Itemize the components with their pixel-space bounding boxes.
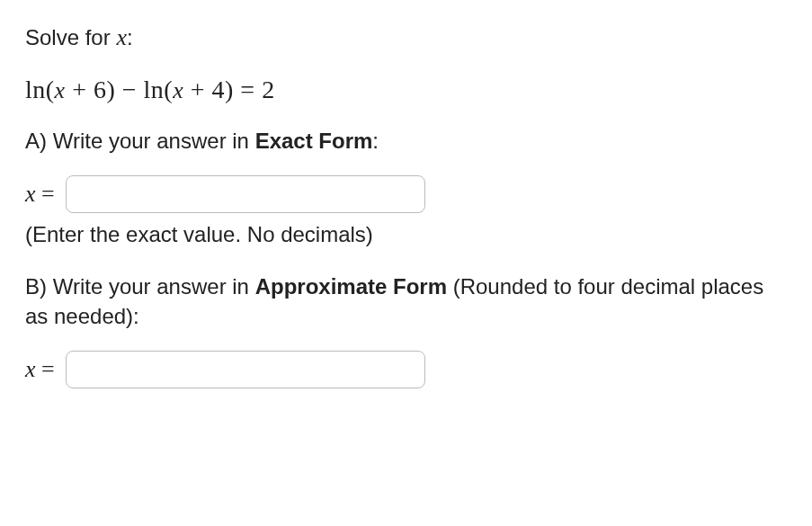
part-a-input[interactable]: [66, 175, 425, 213]
part-b-label-bold: Approximate Form: [255, 274, 447, 299]
question-prompt: Solve for x:: [25, 22, 787, 53]
equation: ln(x + 6) − ln(x + 4) = 2: [25, 73, 787, 107]
part-b-label-pre: B) Write your answer in: [25, 274, 255, 299]
part-b-answer-row: x =: [25, 351, 787, 388]
part-b-label: B) Write your answer in Approximate Form…: [25, 272, 787, 331]
part-a-label: A) Write your answer in Exact Form:: [25, 127, 787, 156]
part-a-label-bold: Exact Form: [255, 129, 373, 153]
part-a-hint: (Enter the exact value. No decimals): [25, 222, 787, 247]
part-b-x-equals: x =: [25, 356, 55, 383]
part-a-x-equals: x =: [25, 181, 55, 208]
part-b-input[interactable]: [66, 351, 425, 388]
part-a-answer-row: x =: [25, 175, 787, 213]
prompt-variable: x: [116, 24, 127, 50]
part-a-label-pre: A) Write your answer in: [25, 129, 255, 153]
prompt-prefix: Solve for: [25, 25, 116, 49]
prompt-suffix: :: [127, 25, 133, 49]
part-a-label-post: :: [372, 129, 379, 153]
